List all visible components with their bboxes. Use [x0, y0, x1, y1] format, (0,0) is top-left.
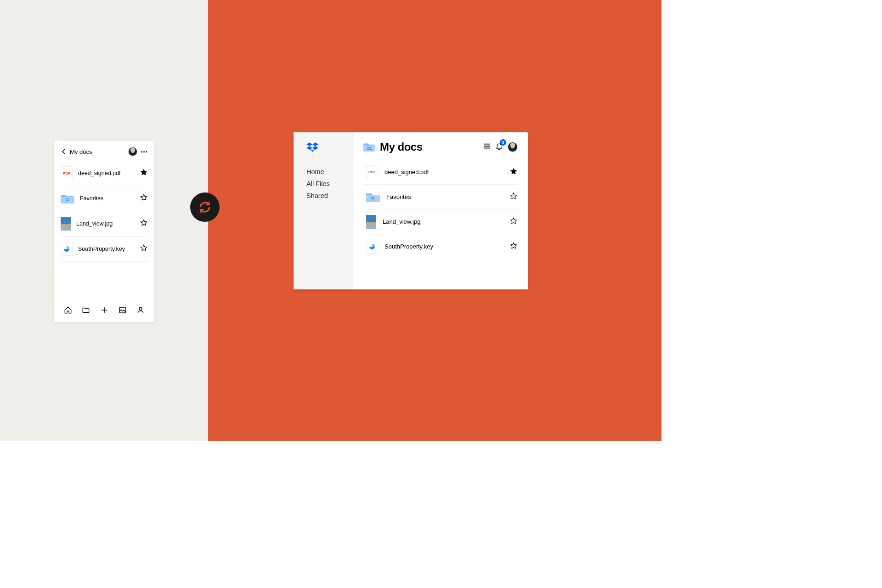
tab-account-icon[interactable] [136, 305, 145, 315]
desktop-sidebar: Home All Files Shared [294, 132, 354, 289]
nav-allfiles[interactable]: All Files [306, 180, 354, 187]
file-name: deed_signed.pdf [384, 169, 503, 175]
svg-rect-2 [66, 200, 67, 201]
star-outline-icon[interactable] [509, 242, 518, 252]
svg-rect-1 [68, 198, 69, 199]
tab-add-icon[interactable] [100, 305, 109, 315]
tab-photos-icon[interactable] [118, 305, 127, 315]
svg-point-5 [139, 307, 142, 310]
svg-rect-13 [371, 197, 373, 198]
desktop-main: My docs 3 PDF deed_signed.pdf [354, 132, 528, 289]
svg-marker-7 [312, 142, 318, 146]
file-name: Land_view.jpg [383, 218, 503, 225]
list-view-icon[interactable] [483, 143, 491, 151]
svg-marker-6 [306, 142, 312, 146]
svg-rect-4 [119, 307, 126, 313]
svg-rect-14 [373, 197, 374, 198]
svg-point-12 [370, 147, 371, 148]
file-name: deed_signed.pdf [78, 170, 134, 176]
nav-home[interactable]: Home [306, 168, 354, 175]
file-name: Favorites [386, 193, 503, 200]
image-thumbnail [61, 217, 71, 231]
file-row[interactable]: PDF deed_signed.pdf [363, 160, 518, 185]
image-thumbnail [366, 215, 376, 229]
mobile-tabbar [54, 300, 154, 322]
file-name: Favorites [80, 195, 134, 202]
nav-shared[interactable]: Shared [306, 192, 354, 199]
svg-point-11 [368, 147, 369, 148]
avatar[interactable] [508, 142, 518, 152]
desktop-header: My docs 3 [363, 141, 518, 160]
mobile-header: My docs [54, 141, 154, 161]
file-name: SouthProperty.key [78, 246, 134, 252]
pdf-icon: PDF [366, 165, 378, 179]
desktop-file-list: PDF deed_signed.pdf Favorites Land_view.… [363, 160, 518, 259]
svg-marker-8 [306, 146, 312, 150]
file-name: SouthProperty.key [384, 243, 503, 250]
star-outline-icon[interactable] [140, 219, 148, 229]
desktop-folder-title: My docs [380, 141, 479, 153]
sync-icon [190, 192, 220, 222]
keynote-icon [366, 240, 378, 254]
star-outline-icon[interactable] [509, 217, 518, 227]
back-button[interactable] [61, 148, 67, 155]
file-row[interactable]: Land_view.jpg [363, 209, 518, 234]
file-name: Land_view.jpg [76, 220, 134, 227]
desktop-app-card: Home All Files Shared My docs 3 [294, 132, 528, 289]
pdf-icon: PDF [61, 166, 73, 180]
dropbox-logo-icon[interactable] [306, 142, 354, 155]
svg-marker-9 [312, 146, 318, 150]
file-row[interactable]: Land_view.jpg [61, 211, 148, 237]
tab-files-icon[interactable] [81, 305, 90, 315]
notifications-button[interactable]: 3 [495, 142, 503, 152]
shared-folder-icon [363, 142, 375, 152]
keynote-icon [61, 242, 73, 256]
notification-badge: 3 [500, 139, 506, 146]
more-menu-button[interactable] [140, 151, 148, 153]
svg-rect-16 [373, 198, 374, 199]
star-outline-icon[interactable] [509, 192, 518, 202]
file-row[interactable]: Favorites [363, 185, 518, 209]
svg-rect-3 [68, 200, 69, 201]
mobile-app-card: My docs PDF deed_signed.pdf Favorites La… [54, 141, 154, 322]
svg-rect-0 [66, 198, 67, 199]
star-outline-icon[interactable] [140, 193, 148, 204]
file-row[interactable]: Favorites [61, 186, 148, 211]
file-row[interactable]: PDF deed_signed.pdf [61, 161, 148, 186]
mobile-folder-title: My docs [70, 148, 92, 155]
tab-home-icon[interactable] [63, 305, 73, 315]
star-outline-icon[interactable] [140, 244, 148, 254]
star-icon[interactable] [140, 168, 148, 178]
svg-rect-15 [371, 198, 373, 199]
file-row[interactable]: SouthProperty.key [61, 237, 148, 262]
folder-icon [366, 191, 380, 203]
desktop-nav: Home All Files Shared [306, 168, 354, 199]
mobile-file-list: PDF deed_signed.pdf Favorites Land_view.… [54, 161, 154, 262]
star-icon[interactable] [509, 167, 518, 177]
avatar[interactable] [128, 147, 137, 156]
folder-icon [61, 192, 74, 204]
file-row[interactable]: SouthProperty.key [363, 234, 518, 259]
